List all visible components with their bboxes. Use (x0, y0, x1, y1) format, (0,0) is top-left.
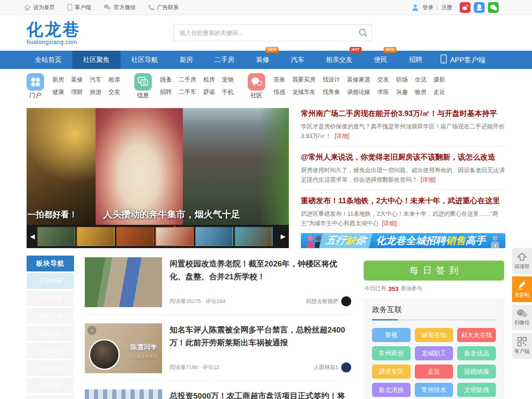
quicknav-link-兴趣[interactable]: 兴趣 (396, 89, 408, 96)
feed-thumbnail-supermarket-building[interactable] (85, 389, 162, 399)
floatbar-客户端[interactable]: 客户端 (512, 333, 532, 359)
quicknav-link-招聘[interactable]: 招聘 (160, 89, 172, 96)
nav-item-便民[interactable]: 便民NEW (363, 51, 398, 69)
floatbar-回顶部[interactable]: 回顶部 (512, 248, 532, 274)
wechat-icon[interactable] (488, 2, 499, 13)
quicknav-link-验房[interactable]: 验房 (415, 89, 426, 96)
carousel-prev-arrow[interactable]: ◀ (29, 233, 36, 240)
quicknav-entry-门户[interactable]: 门户 (27, 73, 44, 99)
gov-button-常州双创[interactable]: 常州双创 (372, 346, 411, 360)
board-nav-item-情感天空[interactable]: 情感天空 (27, 343, 74, 359)
gov-button-辟谣专区[interactable]: 辟谣专区 (372, 365, 411, 379)
nav-item-装修[interactable]: 装修NEW (245, 51, 280, 69)
quicknav-link-租房[interactable]: 租房 (203, 76, 215, 84)
daily-signin-button[interactable]: 每日签到 (364, 261, 504, 281)
floatbar-发新帖[interactable]: 发新帖 (512, 276, 532, 302)
news-detail-link[interactable]: [详细] (335, 133, 350, 139)
quicknav-link-二手房[interactable]: 二手房 (179, 76, 196, 84)
nav-item-新房[interactable]: 新房 (169, 51, 204, 69)
gov-button-郝大夫在线[interactable]: 郝大夫在线 (457, 328, 496, 342)
quicknav-link-辟谣[interactable]: 辟谣 (203, 89, 215, 96)
gov-button-常州排水[interactable]: 常州排水 (415, 383, 453, 397)
news-detail-link[interactable]: [详细] (421, 176, 436, 183)
feed-title[interactable]: 闲置校园改造养老院！截至2026年，钟楼区将优化、盘整、合并21所学校！ (170, 257, 351, 283)
quicknav-link-找美食[interactable]: 找美食 (323, 89, 340, 96)
quicknav-link-装修家居[interactable]: 装修家居 (347, 76, 370, 84)
quicknav-link-装修[interactable]: 装修 (71, 76, 83, 84)
carousel-thumb-garden-castle[interactable] (116, 227, 154, 246)
nav-item-社区聚焦[interactable]: 社区聚焦 (72, 51, 121, 69)
quicknav-entry-社区[interactable]: 社区 (248, 73, 265, 99)
carousel-photo-market-food[interactable] (96, 108, 183, 225)
gov-button-新北消协[interactable]: 新北消协 (372, 383, 411, 397)
news-title[interactable]: @常州人来说说，你觉得老旧厨房该不该翻新，该怎么改造 (301, 152, 505, 163)
carousel-next-arrow[interactable]: ▶ (280, 233, 286, 240)
register-link[interactable]: 注册 (441, 4, 452, 11)
site-logo[interactable]: 化龙巷 hualongxiang.com (27, 21, 110, 45)
carousel-thumb-mountain-bridge[interactable] (195, 227, 233, 246)
gov-button-龙城职工[interactable]: 龙城职工 (415, 346, 453, 360)
quicknav-link-跳蚤[interactable]: 跳蚤 (160, 76, 172, 84)
quicknav-link-汽车[interactable]: 汽车 (90, 76, 101, 84)
board-nav-item-龙城茶座[interactable]: 龙城茶座 (27, 291, 74, 306)
feed-title[interactable]: 总投资5000万！农工商超市盘活项目正式签约！将引入连锁超市、网红餐饮！ (170, 389, 351, 399)
quicknav-link-谈婚论嫁[interactable]: 谈婚论嫁 (347, 89, 370, 96)
gov-button-城管在线[interactable]: 城管在线 (415, 328, 453, 342)
topbar-link-2[interactable]: 官方微信 (103, 4, 135, 11)
login-link[interactable]: 登录 (423, 4, 433, 11)
carousel-photo-temple[interactable] (27, 108, 96, 225)
topbar-link-1[interactable]: 客户端 (67, 4, 91, 11)
nav-item-二手房[interactable]: 二手房 (204, 51, 245, 69)
weibo-icon[interactable] (460, 2, 470, 13)
feed-thumbnail-school-aerial[interactable] (85, 257, 162, 307)
quicknav-link-新房[interactable]: 新房 (52, 76, 64, 84)
quicknav-link-龙城车友[interactable]: 龙城车友 (292, 89, 315, 96)
board-nav-item-投资理财[interactable]: 投资理财 (27, 378, 74, 394)
quicknav-link-健康[interactable]: 健康 (52, 89, 64, 96)
feed-author[interactable]: 我想去敖德萨 (306, 296, 351, 306)
nav-item-汽车[interactable]: 汽车 (280, 51, 315, 69)
nav-item-全站首页[interactable]: 全站首页 (24, 51, 72, 69)
gov-button-国税纳服[interactable]: 国税纳服 (457, 365, 496, 379)
quicknav-link-宠物[interactable]: 宠物 (222, 76, 234, 84)
carousel-thumb-canyon-lake[interactable] (234, 227, 273, 246)
carousel-thumb-autumn-waterfall[interactable] (37, 227, 75, 246)
carousel-thumb-benniu-market[interactable] (155, 227, 194, 246)
qq-icon[interactable] (474, 2, 485, 13)
quicknav-link-茶座[interactable]: 茶座 (273, 76, 285, 84)
quicknav-link-手机[interactable]: 手机 (222, 89, 234, 96)
news-title[interactable]: 常州南广场二手房现在能开价3.93万/㎡！与开盘时基本持平 (301, 108, 505, 119)
recruit-banner[interactable]: 五行缺你化龙巷全城招聘销售高手? (301, 233, 505, 248)
floatbar-扫微信[interactable]: 扫微信 (512, 305, 532, 330)
quicknav-link-二手车[interactable]: 二手车 (179, 89, 196, 96)
board-nav-item-求医问药[interactable]: 求医问药 (27, 395, 74, 399)
feed-title[interactable]: 知名车评人陈震被全网多平台禁言，总粉丝超2400万！此前开劳斯莱斯出车祸被通报 (170, 323, 351, 350)
board-nav-item-我要买房[interactable]: 我要买房 (27, 308, 74, 324)
board-nav-item-谈婚论嫁[interactable]: 谈婚论嫁 (27, 325, 74, 341)
nav-item-招聘[interactable]: 招聘 (398, 51, 433, 69)
gov-button-新农优品[interactable]: 新农优品 (457, 346, 496, 360)
search-input[interactable] (180, 30, 358, 36)
gov-button-走近[interactable]: 走近 (415, 365, 453, 379)
quicknav-link-职场[interactable]: 职场 (396, 76, 408, 84)
carousel-photo-market-crowd[interactable] (183, 108, 289, 225)
quicknav-link-理财[interactable]: 理财 (71, 89, 83, 96)
quicknav-entry-信息[interactable]: 信息 (134, 73, 152, 99)
news-title[interactable]: 重磅发布！11条地铁，2大中心！未来十年，武进重心在这里 (301, 196, 505, 206)
board-nav-item-互动常州[interactable]: 互动常州 (27, 273, 74, 289)
board-nav-item-交友征婚[interactable]: 交友征婚 (27, 360, 74, 376)
quicknav-link-相亲[interactable]: 相亲 (108, 76, 120, 84)
topbar-link-3[interactable]: 广告联系 (148, 4, 179, 11)
search-icon[interactable] (358, 28, 368, 38)
carousel-caption-main[interactable]: 人头攒动的奔牛集市，烟火气十足 (103, 208, 240, 221)
quicknav-link-我要买房[interactable]: 我要买房 (292, 76, 315, 84)
quicknav-link-走近[interactable]: 走近 (433, 89, 445, 96)
quicknav-link-求医[interactable]: 求医 (377, 89, 389, 96)
quicknav-link-交友[interactable]: 交友 (108, 89, 120, 96)
quicknav-link-找设计[interactable]: 找设计 (323, 76, 340, 84)
quicknav-link-情感[interactable]: 情感 (273, 89, 285, 96)
quicknav-link-生活[interactable]: 生活 (415, 76, 426, 84)
feed-thumbnail-chenzhen-video[interactable]: ‹陈震同学Ⓥ 资深车评人 (85, 323, 162, 373)
quicknav-link-摄影[interactable]: 摄影 (433, 76, 445, 84)
quicknav-link-交友[interactable]: 交友 (377, 76, 389, 84)
